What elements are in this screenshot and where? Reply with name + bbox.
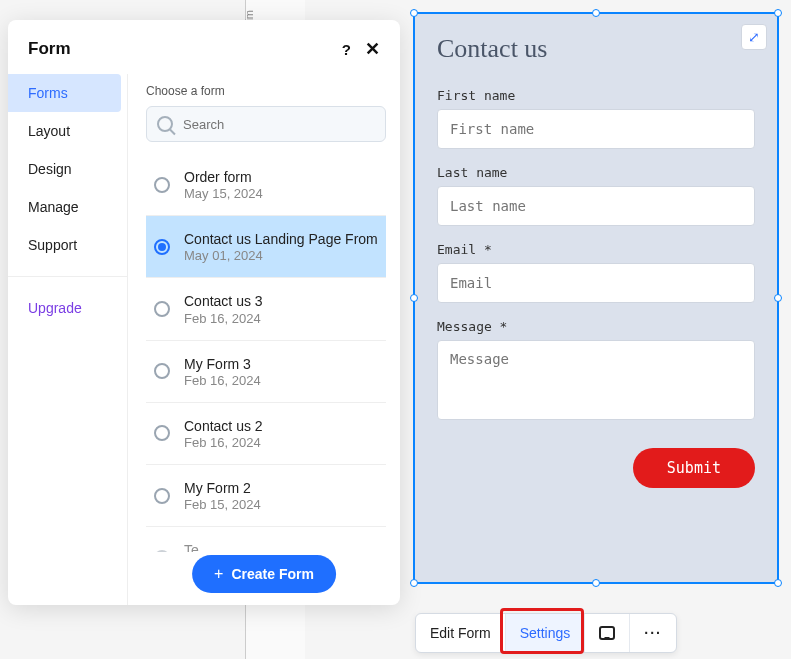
form-item-date: May 01, 2024 [184, 248, 378, 263]
form-item-date: Feb 15, 2024 [184, 497, 261, 512]
panel-content: Choose a form Order form May 15, 2024 Co… [128, 74, 400, 605]
email-label: Email * [437, 242, 755, 257]
form-list[interactable]: Order form May 15, 2024 Contact us Landi… [146, 154, 386, 552]
form-item-date: Feb 16, 2024 [184, 373, 261, 388]
form-item[interactable]: Te Feb 14, 2024 [146, 527, 386, 552]
choose-form-label: Choose a form [146, 84, 386, 98]
create-form-button[interactable]: + Create Form [192, 555, 336, 593]
form-item-title: Contact us Landing Page From [184, 230, 378, 248]
form-item[interactable]: Contact us Landing Page From May 01, 202… [146, 216, 386, 278]
form-item-title: Contact us 3 [184, 292, 263, 310]
form-item-date: May 15, 2024 [184, 186, 263, 201]
form-item[interactable]: Contact us 2 Feb 16, 2024 [146, 403, 386, 465]
element-toolbar: Edit Form Settings ··· [415, 613, 677, 653]
chat-icon [599, 626, 615, 640]
panel-title: Form [28, 39, 71, 59]
more-button[interactable]: ··· [630, 614, 676, 652]
radio-button[interactable] [154, 363, 170, 379]
contact-form-title: Contact us [437, 34, 755, 64]
search-input[interactable] [183, 117, 375, 132]
form-settings-panel: Form ? ✕ Forms Layout Design Manage Supp… [8, 20, 400, 605]
resize-handle[interactable] [592, 579, 600, 587]
submit-button[interactable]: Submit [633, 448, 755, 488]
form-item-title: Order form [184, 168, 263, 186]
resize-handle[interactable] [774, 579, 782, 587]
resize-handle[interactable] [774, 9, 782, 17]
contact-form-preview[interactable]: ⤢ Contact us First name Last name Email … [413, 12, 779, 584]
form-item-title: My Form 3 [184, 355, 261, 373]
panel-body: Forms Layout Design Manage Support Upgra… [8, 74, 400, 605]
form-item[interactable]: Order form May 15, 2024 [146, 154, 386, 216]
panel-header-actions: ? ✕ [342, 38, 380, 60]
form-item[interactable]: My Form 2 Feb 15, 2024 [146, 465, 386, 527]
resize-handle[interactable] [410, 294, 418, 302]
radio-button[interactable] [154, 177, 170, 193]
edit-form-button[interactable]: Edit Form [416, 614, 506, 652]
sidebar-item-upgrade[interactable]: Upgrade [8, 289, 127, 327]
radio-button[interactable] [154, 239, 170, 255]
resize-handle[interactable] [410, 9, 418, 17]
search-box[interactable] [146, 106, 386, 142]
sidebar: Forms Layout Design Manage Support Upgra… [8, 74, 128, 605]
create-form-label: Create Form [231, 566, 313, 582]
radio-button[interactable] [154, 488, 170, 504]
sidebar-item-support[interactable]: Support [8, 226, 127, 264]
sidebar-item-layout[interactable]: Layout [8, 112, 127, 150]
form-item-title: Te [184, 541, 261, 552]
plus-icon: + [214, 565, 223, 583]
radio-button[interactable] [154, 425, 170, 441]
divider [8, 276, 127, 277]
resize-handle[interactable] [592, 9, 600, 17]
sidebar-item-design[interactable]: Design [8, 150, 127, 188]
last-name-label: Last name [437, 165, 755, 180]
settings-button[interactable]: Settings [506, 614, 586, 652]
form-item-date: Feb 16, 2024 [184, 311, 263, 326]
search-icon [157, 116, 173, 132]
form-item-date: Feb 16, 2024 [184, 435, 263, 450]
radio-button[interactable] [154, 550, 170, 552]
form-item-title: My Form 2 [184, 479, 261, 497]
panel-header: Form ? ✕ [8, 20, 400, 74]
sidebar-item-manage[interactable]: Manage [8, 188, 127, 226]
expand-icon[interactable]: ⤢ [741, 24, 767, 50]
resize-handle[interactable] [774, 294, 782, 302]
form-item[interactable]: My Form 3 Feb 16, 2024 [146, 341, 386, 403]
first-name-label: First name [437, 88, 755, 103]
sidebar-item-forms[interactable]: Forms [8, 74, 121, 112]
first-name-input[interactable] [437, 109, 755, 149]
resize-handle[interactable] [410, 579, 418, 587]
radio-button[interactable] [154, 301, 170, 317]
last-name-input[interactable] [437, 186, 755, 226]
form-item-title: Contact us 2 [184, 417, 263, 435]
email-input[interactable] [437, 263, 755, 303]
message-label: Message * [437, 319, 755, 334]
help-icon[interactable]: ? [342, 41, 351, 58]
form-item[interactable]: Contact us 3 Feb 16, 2024 [146, 278, 386, 340]
comments-button[interactable] [585, 614, 630, 652]
close-icon[interactable]: ✕ [365, 38, 380, 60]
message-textarea[interactable] [437, 340, 755, 420]
